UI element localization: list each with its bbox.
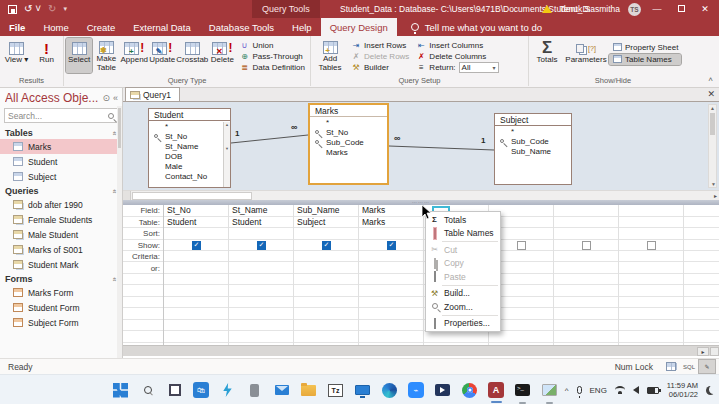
grid-table-cell[interactable]: Subject	[294, 217, 357, 229]
tab-query-design[interactable]: Query Design	[321, 18, 397, 36]
taskbar-terminal-icon[interactable]: >_	[514, 382, 531, 399]
nav-item-dob-after-1990[interactable]: dob after 1990	[0, 197, 122, 212]
field-list-subject[interactable]: Subject*Sub_CodeSub_Name	[494, 113, 572, 185]
restore-button[interactable]	[673, 4, 689, 14]
insert-rows-button[interactable]: ⇥Insert Rows	[348, 40, 412, 50]
grid-show-checkbox[interactable]	[257, 241, 266, 250]
nav-section-forms[interactable]: Forms«	[0, 272, 122, 285]
grid-table-cell[interactable]: Student	[164, 217, 227, 229]
grid-table-cell[interactable]: Marks	[359, 217, 422, 229]
field-list-student[interactable]: Student*St_NoSt_NameDOBMaleContact_No▲▼	[148, 108, 231, 188]
grid-field-cell[interactable]: Marks	[359, 205, 422, 217]
insert-columns-button[interactable]: ⇤Insert Columns	[413, 40, 501, 50]
delete-columns-button[interactable]: ✗Delete Columns	[413, 51, 501, 61]
menu-item-table-names[interactable]: Table Names	[426, 227, 500, 241]
tab-file[interactable]: File	[0, 18, 34, 36]
minimize-button[interactable]: —	[649, 4, 665, 14]
field-sub-code[interactable]: Sub_Code	[310, 138, 387, 148]
microphone-icon[interactable]	[577, 386, 582, 394]
scroll-right-icon[interactable]: ▸	[714, 192, 717, 199]
nav-item-student-form[interactable]: Student Form	[0, 300, 122, 315]
taskbar-edge-icon[interactable]	[381, 382, 398, 399]
union-button[interactable]: ∪Union	[237, 40, 308, 50]
tab-create[interactable]: Create	[78, 18, 125, 36]
field-male[interactable]: Male	[149, 162, 230, 172]
grid-scroll-right-icon[interactable]: ▸	[697, 347, 709, 356]
taskbar-access-icon[interactable]: A	[488, 382, 504, 398]
design-view-button[interactable]: ✎	[699, 360, 715, 373]
nav-scrollbar[interactable]	[117, 106, 122, 358]
field-star[interactable]: *	[149, 122, 230, 132]
tab-help[interactable]: Help	[283, 18, 321, 36]
totals-button[interactable]: Σ Totals	[531, 38, 563, 73]
field-st-no[interactable]: St_No	[149, 132, 230, 142]
field-st-no[interactable]: St_No	[310, 128, 387, 138]
tab-query1[interactable]: Query1	[125, 87, 180, 101]
customize-qat-icon[interactable]: ▾	[63, 5, 67, 13]
nav-item-subject-form[interactable]: Subject Form	[0, 315, 122, 330]
taskbar-zoom-app-icon[interactable]: ⌁	[408, 382, 424, 398]
field-marks[interactable]: Marks	[310, 148, 387, 158]
nav-section-tables[interactable]: Tables«	[0, 126, 122, 139]
field-contact-no[interactable]: Contact_No	[149, 172, 230, 182]
nav-item-marks-form[interactable]: Marks Form	[0, 285, 122, 300]
clock[interactable]: 11:59 AM 06/01/22	[667, 381, 698, 399]
taskbar-task-view-icon[interactable]	[166, 382, 183, 399]
user-name[interactable]: Tenuk Sasmitha	[560, 4, 620, 14]
grid-show-checkbox[interactable]	[517, 241, 526, 250]
undo-icon[interactable]: ↺ ˅	[24, 4, 41, 14]
add-tables-button[interactable]: + Add Tables	[313, 38, 347, 73]
grid-field-cell[interactable]: St_No	[164, 205, 227, 217]
warning-icon[interactable]	[542, 5, 552, 13]
builder-button[interactable]: ⚒Builder	[348, 63, 412, 73]
taskbar-start-icon[interactable]	[112, 382, 129, 399]
menu-item-properties[interactable]: Properties...	[426, 317, 500, 331]
field-st-name[interactable]: St_Name	[149, 142, 230, 152]
field-sub-code[interactable]: Sub_Code	[495, 137, 571, 147]
tab-external-data[interactable]: External Data	[124, 18, 200, 36]
data-definition-button[interactable]: ≣Data Definition	[237, 63, 308, 73]
taskbar-tz-app-icon[interactable]: Tz	[327, 382, 344, 399]
run-button[interactable]: ! Run	[32, 38, 61, 73]
taskbar-search-icon[interactable]	[139, 382, 156, 399]
focus-assist-icon[interactable]	[706, 386, 715, 395]
taskbar-media-player-icon[interactable]	[434, 382, 451, 399]
update-button[interactable]: ✎!Update	[149, 38, 175, 73]
pass-through-button[interactable]: ⊕Pass-Through	[237, 51, 308, 61]
grid-horizontal-scrollbar[interactable]: ▸	[123, 345, 719, 356]
nav-search-input[interactable]: Search...	[4, 108, 118, 123]
field-list-scrollbar[interactable]: ▲▼	[223, 122, 230, 187]
hidden-icons-chevron[interactable]: ^	[565, 386, 569, 395]
save-icon[interactable]	[8, 5, 17, 14]
query-design-grid[interactable]: Field:Table:Sort:Show:Criteria:or:St_NoS…	[123, 205, 719, 345]
menu-item-build[interactable]: ⚒Build...	[426, 287, 500, 301]
grid-field-cell[interactable]: Sub_Name	[294, 205, 357, 217]
table-names-button[interactable]: Table Names	[609, 54, 681, 65]
property-sheet-button[interactable]: Property Sheet	[609, 42, 681, 53]
grid-show-checkbox[interactable]	[387, 241, 396, 250]
grid-show-checkbox[interactable]	[192, 241, 201, 250]
nav-item-marks[interactable]: Marks	[0, 139, 122, 154]
taskbar-display-icon[interactable]	[354, 382, 371, 399]
make-table-button[interactable]: ✱Make Table	[93, 38, 119, 73]
return-select[interactable]: All▾	[459, 62, 499, 73]
close-button[interactable]: ✕	[697, 4, 713, 14]
taskbar-store-icon[interactable]: 🛍	[193, 382, 209, 398]
close-document-icon[interactable]: ✕	[707, 89, 715, 99]
nav-item-marks-of-s001[interactable]: Marks of S001	[0, 242, 122, 257]
taskbar-chrome-icon[interactable]	[461, 382, 478, 399]
nav-item-student-mark[interactable]: Student Mark	[0, 257, 122, 272]
select-button[interactable]: Select	[66, 38, 92, 73]
collapse-ribbon-icon[interactable]: ˄	[708, 75, 713, 84]
taskbar-photos-icon[interactable]	[541, 382, 558, 399]
grid-table-cell[interactable]: Student	[229, 217, 292, 229]
field-star[interactable]: *	[310, 118, 387, 128]
grid-show-checkbox[interactable]	[647, 241, 656, 250]
nav-menu-icon[interactable]: ⊙	[102, 93, 110, 103]
taskbar-audio-device-icon[interactable]	[246, 382, 263, 399]
tab-database-tools[interactable]: Database Tools	[200, 18, 283, 36]
avatar[interactable]: TS	[628, 3, 641, 16]
language-indicator[interactable]: ENG	[590, 386, 607, 395]
nav-item-female-students[interactable]: Female Students	[0, 212, 122, 227]
grid-show-checkbox[interactable]	[582, 241, 591, 250]
